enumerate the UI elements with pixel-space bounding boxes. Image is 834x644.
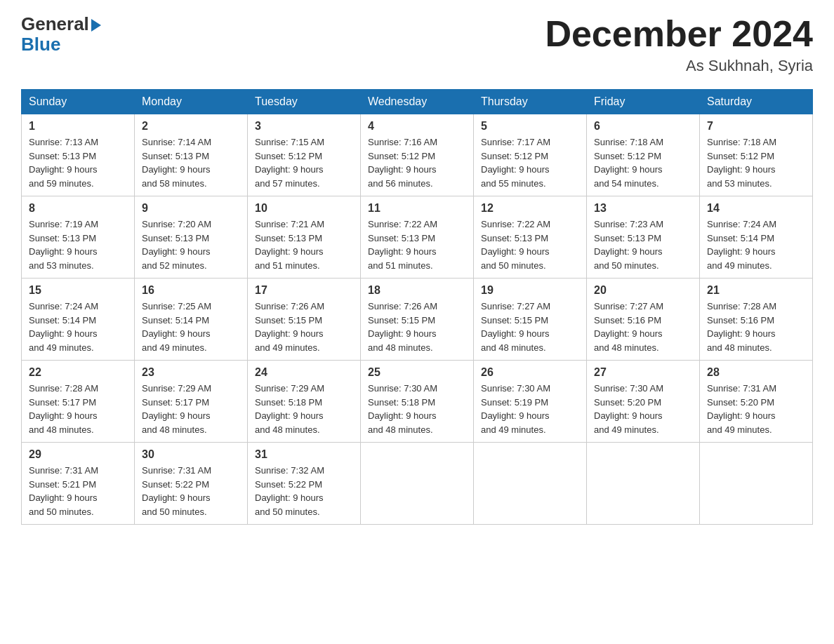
day-number: 16	[142, 284, 240, 297]
day-number: 10	[255, 202, 353, 215]
week-row-3: 15 Sunrise: 7:24 AM Sunset: 5:14 PM Dayl…	[22, 279, 813, 361]
day-info: Sunrise: 7:18 AM Sunset: 5:12 PM Dayligh…	[594, 135, 692, 190]
day-cell: 25 Sunrise: 7:30 AM Sunset: 5:18 PM Dayl…	[361, 361, 474, 443]
day-info: Sunrise: 7:28 AM Sunset: 5:16 PM Dayligh…	[707, 300, 805, 354]
header-sunday: Sunday	[22, 90, 135, 114]
day-cell	[587, 443, 700, 525]
header-friday: Friday	[587, 90, 700, 114]
day-cell: 11 Sunrise: 7:22 AM Sunset: 5:13 PM Dayl…	[361, 196, 474, 279]
day-cell: 2 Sunrise: 7:14 AM Sunset: 5:13 PM Dayli…	[135, 114, 248, 196]
logo-general: General	[21, 14, 101, 34]
day-info: Sunrise: 7:19 AM Sunset: 5:13 PM Dayligh…	[29, 217, 127, 272]
day-number: 7	[707, 120, 805, 133]
day-cell: 22 Sunrise: 7:28 AM Sunset: 5:17 PM Dayl…	[22, 361, 135, 443]
day-info: Sunrise: 7:30 AM Sunset: 5:20 PM Dayligh…	[594, 382, 692, 436]
header-thursday: Thursday	[474, 90, 587, 114]
day-cell: 10 Sunrise: 7:21 AM Sunset: 5:13 PM Dayl…	[248, 196, 361, 279]
day-number: 12	[481, 202, 579, 215]
day-cell: 27 Sunrise: 7:30 AM Sunset: 5:20 PM Dayl…	[587, 361, 700, 443]
day-cell: 24 Sunrise: 7:29 AM Sunset: 5:18 PM Dayl…	[248, 361, 361, 443]
day-number: 29	[29, 448, 127, 461]
header-monday: Monday	[135, 90, 248, 114]
day-cell: 9 Sunrise: 7:20 AM Sunset: 5:13 PM Dayli…	[135, 196, 248, 279]
day-cell: 19 Sunrise: 7:27 AM Sunset: 5:15 PM Dayl…	[474, 279, 587, 361]
calendar-title: December 2024	[545, 14, 813, 54]
day-number: 24	[255, 366, 353, 379]
day-info: Sunrise: 7:13 AM Sunset: 5:13 PM Dayligh…	[29, 135, 127, 190]
page-header: General Blue December 2024 As Sukhnah, S…	[21, 14, 813, 75]
day-number: 23	[142, 366, 240, 379]
day-info: Sunrise: 7:17 AM Sunset: 5:12 PM Dayligh…	[481, 135, 579, 190]
day-cell	[700, 443, 813, 525]
day-number: 3	[255, 120, 353, 133]
day-cell: 13 Sunrise: 7:23 AM Sunset: 5:13 PM Dayl…	[587, 196, 700, 279]
day-cell: 20 Sunrise: 7:27 AM Sunset: 5:16 PM Dayl…	[587, 279, 700, 361]
day-number: 14	[707, 202, 805, 215]
day-number: 13	[594, 202, 692, 215]
day-cell: 18 Sunrise: 7:26 AM Sunset: 5:15 PM Dayl…	[361, 279, 474, 361]
day-info: Sunrise: 7:29 AM Sunset: 5:17 PM Dayligh…	[142, 382, 240, 436]
day-cell: 28 Sunrise: 7:31 AM Sunset: 5:20 PM Dayl…	[700, 361, 813, 443]
day-number: 1	[29, 120, 127, 133]
day-cell: 1 Sunrise: 7:13 AM Sunset: 5:13 PM Dayli…	[22, 114, 135, 196]
day-info: Sunrise: 7:31 AM Sunset: 5:22 PM Dayligh…	[142, 464, 240, 518]
day-number: 9	[142, 202, 240, 215]
logo: General Blue	[21, 14, 101, 54]
day-number: 4	[368, 120, 466, 133]
title-block: December 2024 As Sukhnah, Syria	[545, 14, 813, 75]
header-row: SundayMondayTuesdayWednesdayThursdayFrid…	[22, 90, 813, 114]
day-number: 19	[481, 284, 579, 297]
day-info: Sunrise: 7:14 AM Sunset: 5:13 PM Dayligh…	[142, 135, 240, 190]
header-saturday: Saturday	[700, 90, 813, 114]
day-number: 18	[368, 284, 466, 297]
week-row-2: 8 Sunrise: 7:19 AM Sunset: 5:13 PM Dayli…	[22, 196, 813, 279]
day-info: Sunrise: 7:30 AM Sunset: 5:18 PM Dayligh…	[368, 382, 466, 436]
day-info: Sunrise: 7:28 AM Sunset: 5:17 PM Dayligh…	[29, 382, 127, 436]
day-cell	[361, 443, 474, 525]
day-number: 27	[594, 366, 692, 379]
day-info: Sunrise: 7:24 AM Sunset: 5:14 PM Dayligh…	[707, 217, 805, 272]
day-cell: 12 Sunrise: 7:22 AM Sunset: 5:13 PM Dayl…	[474, 196, 587, 279]
day-info: Sunrise: 7:21 AM Sunset: 5:13 PM Dayligh…	[255, 217, 353, 272]
day-info: Sunrise: 7:18 AM Sunset: 5:12 PM Dayligh…	[707, 135, 805, 190]
day-number: 11	[368, 202, 466, 215]
day-cell: 29 Sunrise: 7:31 AM Sunset: 5:21 PM Dayl…	[22, 443, 135, 525]
header-tuesday: Tuesday	[248, 90, 361, 114]
day-number: 21	[707, 284, 805, 297]
day-info: Sunrise: 7:26 AM Sunset: 5:15 PM Dayligh…	[255, 300, 353, 354]
day-number: 31	[255, 448, 353, 461]
day-cell: 15 Sunrise: 7:24 AM Sunset: 5:14 PM Dayl…	[22, 279, 135, 361]
day-info: Sunrise: 7:31 AM Sunset: 5:21 PM Dayligh…	[29, 464, 127, 518]
day-info: Sunrise: 7:22 AM Sunset: 5:13 PM Dayligh…	[368, 217, 466, 272]
day-info: Sunrise: 7:15 AM Sunset: 5:12 PM Dayligh…	[255, 135, 353, 190]
day-cell: 17 Sunrise: 7:26 AM Sunset: 5:15 PM Dayl…	[248, 279, 361, 361]
day-info: Sunrise: 7:26 AM Sunset: 5:15 PM Dayligh…	[368, 300, 466, 354]
day-info: Sunrise: 7:22 AM Sunset: 5:13 PM Dayligh…	[481, 217, 579, 272]
day-info: Sunrise: 7:23 AM Sunset: 5:13 PM Dayligh…	[594, 217, 692, 272]
day-info: Sunrise: 7:20 AM Sunset: 5:13 PM Dayligh…	[142, 217, 240, 272]
day-cell: 8 Sunrise: 7:19 AM Sunset: 5:13 PM Dayli…	[22, 196, 135, 279]
day-info: Sunrise: 7:31 AM Sunset: 5:20 PM Dayligh…	[707, 382, 805, 436]
day-info: Sunrise: 7:32 AM Sunset: 5:22 PM Dayligh…	[255, 464, 353, 518]
day-cell: 26 Sunrise: 7:30 AM Sunset: 5:19 PM Dayl…	[474, 361, 587, 443]
logo-blue: Blue	[21, 34, 101, 55]
day-info: Sunrise: 7:24 AM Sunset: 5:14 PM Dayligh…	[29, 300, 127, 354]
header-wednesday: Wednesday	[361, 90, 474, 114]
day-info: Sunrise: 7:27 AM Sunset: 5:15 PM Dayligh…	[481, 300, 579, 354]
day-number: 26	[481, 366, 579, 379]
day-cell: 7 Sunrise: 7:18 AM Sunset: 5:12 PM Dayli…	[700, 114, 813, 196]
day-cell: 21 Sunrise: 7:28 AM Sunset: 5:16 PM Dayl…	[700, 279, 813, 361]
week-row-5: 29 Sunrise: 7:31 AM Sunset: 5:21 PM Dayl…	[22, 443, 813, 525]
day-info: Sunrise: 7:16 AM Sunset: 5:12 PM Dayligh…	[368, 135, 466, 190]
day-info: Sunrise: 7:29 AM Sunset: 5:18 PM Dayligh…	[255, 382, 353, 436]
day-info: Sunrise: 7:27 AM Sunset: 5:16 PM Dayligh…	[594, 300, 692, 354]
week-row-1: 1 Sunrise: 7:13 AM Sunset: 5:13 PM Dayli…	[22, 114, 813, 196]
day-cell: 16 Sunrise: 7:25 AM Sunset: 5:14 PM Dayl…	[135, 279, 248, 361]
week-row-4: 22 Sunrise: 7:28 AM Sunset: 5:17 PM Dayl…	[22, 361, 813, 443]
day-number: 15	[29, 284, 127, 297]
day-number: 22	[29, 366, 127, 379]
day-cell	[474, 443, 587, 525]
day-number: 2	[142, 120, 240, 133]
day-info: Sunrise: 7:30 AM Sunset: 5:19 PM Dayligh…	[481, 382, 579, 436]
day-number: 17	[255, 284, 353, 297]
